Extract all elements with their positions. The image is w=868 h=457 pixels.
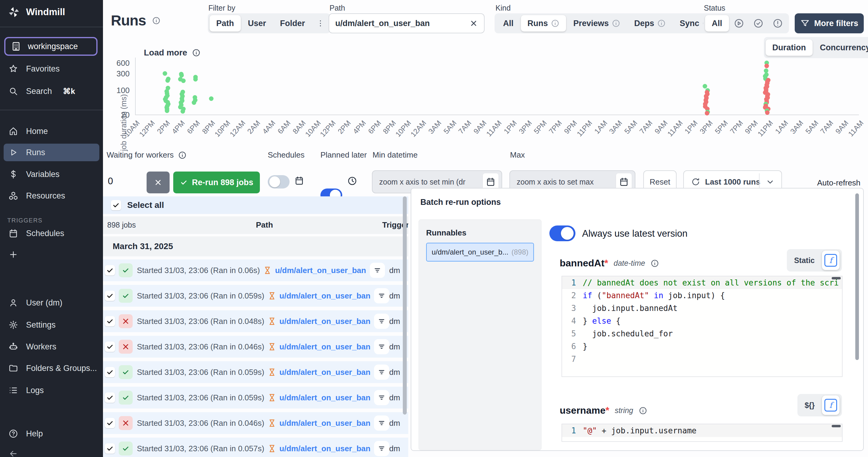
row-checkbox[interactable] [105, 291, 115, 301]
run-path-link[interactable]: u/dm/alert_on_user_ban [275, 266, 366, 275]
runs-chart[interactable]: job duration (ms) 60030010020 10AM12PM2P… [103, 36, 868, 145]
sidebar-item-schedules[interactable]: Schedules [4, 225, 99, 242]
row-checkbox[interactable] [105, 367, 115, 377]
run-dot-failure[interactable] [765, 110, 770, 115]
row-checkbox[interactable] [105, 342, 115, 352]
table-row[interactable]: Started 31/03, 23:06 (Ran in 0.048s)u/dm… [103, 310, 408, 332]
filter-by-path-button[interactable] [374, 390, 389, 405]
select-all-checkbox[interactable] [111, 200, 121, 210]
run-dot-failure[interactable] [765, 64, 769, 68]
run-dot-success[interactable] [165, 78, 170, 83]
run-path-link[interactable]: u/dm/alert_on_user_ban [280, 342, 371, 351]
code-line: 5 job.scheduled_for [562, 327, 842, 340]
filter-by-option-folder[interactable]: Folder [274, 15, 312, 31]
kind-option-deps[interactable]: Deps [627, 15, 672, 31]
cancel-selection-button[interactable] [147, 172, 169, 193]
run-dot-success[interactable] [181, 79, 186, 83]
sidebar-item-favorites[interactable]: Favorites [4, 60, 99, 78]
info-icon[interactable] [152, 17, 160, 25]
sidebar-item-home[interactable]: Home [4, 122, 99, 140]
run-path-link[interactable]: u/dm/alert_on_user_ban [280, 317, 371, 326]
run-dot-success[interactable] [181, 109, 185, 114]
sidebar-item-variables[interactable]: Variables [4, 166, 99, 183]
sidebar-item-resources[interactable]: Resources [4, 187, 99, 205]
filter-by-path-button[interactable] [374, 441, 389, 456]
sidebar-item-user-dm[interactable]: User (dm) [4, 294, 99, 312]
table-row[interactable]: Started 31/03, 23:06 (Ran in 0.046s)u/dm… [103, 412, 408, 434]
run-path-link[interactable]: u/dm/alert_on_user_ban [280, 291, 371, 301]
filter-by-path-button[interactable] [370, 263, 385, 278]
list-scrollbar[interactable] [403, 196, 407, 415]
table-row[interactable]: Started 31/03, 23:06 (Ran in 0.059s)u/dm… [103, 285, 408, 307]
run-dot-success[interactable] [703, 84, 707, 88]
status-option-success[interactable] [749, 15, 768, 31]
cubes-icon [8, 191, 18, 201]
panel-scrollbar[interactable] [855, 193, 859, 360]
row-checkbox[interactable] [105, 418, 115, 428]
sidebar-item-logs[interactable]: Logs [4, 381, 99, 399]
run-dot-success[interactable] [193, 77, 198, 82]
table-row[interactable]: Started 31/03, 23:06 (Ran in 0.057s)u/dm… [103, 437, 408, 457]
sidebar-item-search[interactable]: Search ⌘k [4, 82, 99, 100]
run-dot-success[interactable] [192, 100, 196, 105]
sidebar-item-workers[interactable]: Workers [4, 338, 99, 355]
latest-version-toggle[interactable] [549, 226, 576, 241]
run-path-link[interactable]: u/dm/alert_on_user_ban [280, 368, 371, 377]
kind-option-previews[interactable]: Previews [567, 15, 627, 31]
more-filters-button[interactable]: More filters [795, 13, 864, 33]
schedules-toggle[interactable] [268, 175, 289, 189]
status-option-running[interactable] [730, 15, 748, 31]
row-checkbox[interactable] [105, 316, 115, 326]
code-editor-bannedAt[interactable]: 1// bannedAt does not exist on all versi… [561, 276, 842, 377]
row-checkbox[interactable] [105, 393, 115, 403]
filter-by-path-button[interactable] [374, 288, 389, 303]
filter-by-path-button[interactable] [374, 365, 389, 380]
javascript-editor-button[interactable]: f [822, 396, 840, 415]
filter-by-path-button[interactable] [374, 416, 389, 431]
status-option-all[interactable]: All [705, 15, 729, 31]
run-dot-success[interactable] [209, 96, 214, 101]
filter-by-path-button[interactable] [374, 339, 389, 354]
editor-hscrollbar[interactable] [832, 277, 841, 279]
sidebar-item-help[interactable]: Help [4, 425, 99, 442]
run-dot-failure[interactable] [705, 111, 709, 115]
sidebar-item-add[interactable] [4, 246, 99, 263]
filter-by-more-menu[interactable] [312, 15, 329, 31]
reset-label: Reset [650, 177, 670, 187]
run-path-link[interactable]: u/dm/alert_on_user_ban [280, 444, 371, 453]
filter-by-option-user[interactable]: User [241, 15, 273, 31]
runnable-item[interactable]: u/dm/alert_on_user_b... (898) [426, 243, 534, 261]
filter-by-path-button[interactable] [374, 314, 389, 329]
rerun-jobs-button[interactable]: Re-run 898 jobs [173, 172, 260, 193]
y-tick-label: 300 [105, 69, 130, 79]
run-path-link[interactable]: u/dm/alert_on_user_ban [280, 419, 371, 428]
run-dot-success[interactable] [165, 109, 169, 113]
sidebar-item-runs[interactable]: Runs [4, 144, 99, 161]
workspace-selector[interactable]: workingspace [4, 37, 97, 56]
editor-hscrollbar[interactable] [832, 425, 841, 427]
clear-icon[interactable] [469, 19, 478, 28]
javascript-editor-button[interactable]: f [822, 251, 840, 270]
table-row[interactable]: Started 31/03, 23:06 (Ran in 0.046s)u/dm… [103, 336, 408, 358]
brand[interactable]: Windmill [7, 5, 65, 19]
windmill-app: Windmill workingspace Favorites Search ⌘… [0, 0, 868, 457]
row-checkbox[interactable] [105, 444, 115, 454]
mode-option-static[interactable]: Static [789, 256, 819, 265]
code-editor-username[interactable]: 1"@" + job.input.username [561, 424, 842, 442]
chevron-down-icon[interactable] [766, 177, 775, 187]
run-path-link[interactable]: u/dm/alert_on_user_ban [280, 393, 371, 402]
kind-option-all[interactable]: All [496, 15, 520, 31]
sidebar-item-settings[interactable]: Settings [4, 316, 99, 334]
sidebar-item-folders-groups[interactable]: Folders & Groups... [4, 360, 99, 377]
kind-option-runs[interactable]: Runs [521, 15, 566, 31]
path-input[interactable]: u/dm/alert_on_user_ban [329, 13, 485, 33]
status-option-failure[interactable] [768, 15, 787, 31]
sidebar-collapse-button[interactable] [4, 445, 99, 457]
table-row[interactable]: Started 31/03, 23:06 (Ran in 0.059s)u/dm… [103, 387, 408, 408]
mode-option-template[interactable]: ${} [800, 401, 819, 410]
row-checkbox[interactable] [105, 265, 115, 276]
filter-by-option-path[interactable]: Path [210, 15, 241, 31]
table-row[interactable]: Started 31/03, 23:06 (Ran in 0.06s)u/dm/… [103, 259, 408, 281]
table-row[interactable]: Started 31/03, 23:06 (Ran in 0.059s)u/dm… [103, 361, 408, 383]
run-dot-success[interactable] [163, 71, 167, 76]
